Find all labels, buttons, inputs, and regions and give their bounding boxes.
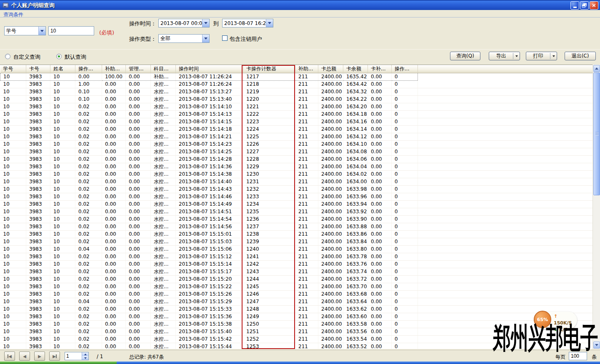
table-row[interactable]: 103983100.020.000.00水控...2013-08-07 15:1… (0, 305, 593, 313)
table-row[interactable]: 103983100.020.000.00水控...2013-08-07 15:1… (0, 140, 593, 148)
last-page-button[interactable]: ▶ (49, 352, 60, 361)
type-select[interactable]: 全部 (158, 34, 210, 43)
query-button[interactable]: 查询(Q) (450, 52, 480, 60)
table-cell: 10 (0, 215, 26, 223)
table-row[interactable]: 103983100.020.000.00水控...2013-08-07 15:1… (0, 253, 593, 260)
column-header[interactable]: 学号 (0, 65, 26, 73)
table-row[interactable]: 103983100.020.000.00水控...2013-08-07 15:1… (0, 118, 593, 125)
table-row[interactable]: 103983100.020.000.00水控...2013-08-07 15:1… (0, 133, 593, 140)
table-row[interactable]: 103983100.020.000.00水控...2013-08-07 15:1… (0, 185, 593, 193)
page-number-spinner[interactable] (65, 352, 89, 360)
table-row[interactable]: 103983100.020.000.00水控...2013-08-07 15:1… (0, 313, 593, 320)
scroll-down-button[interactable] (593, 342, 600, 349)
table-row[interactable]: 103983101.000.000.00水控...2013-08-07 11:2… (0, 80, 593, 88)
table-cell: 3983 (26, 200, 50, 208)
table-row[interactable]: 103983100.020.000.00水控...2013-08-07 15:1… (0, 260, 593, 268)
custom-query-radio[interactable] (5, 54, 10, 59)
per-page-input[interactable] (569, 352, 587, 360)
table-cell: 0 (392, 178, 418, 185)
column-header[interactable]: 卡操作计数器 (243, 65, 295, 73)
export-dropdown-icon[interactable] (513, 55, 520, 57)
column-header[interactable]: 操作时间 (176, 65, 243, 73)
vertical-scrollbar[interactable] (592, 65, 600, 349)
table-row[interactable]: 103983100.020.000.00水控...2013-08-07 15:1… (0, 335, 593, 343)
table-row[interactable]: 103983100.020.000.00水控...2013-08-07 15:1… (0, 230, 593, 238)
table-row[interactable]: 103983100.100.000.00水控...2013-08-07 15:1… (0, 88, 593, 95)
table-cell: 水控... (151, 110, 176, 118)
table-row[interactable]: 103983100.020.000.00水控...2013-08-07 15:1… (0, 163, 593, 170)
column-header[interactable]: 卡总额 (318, 65, 343, 73)
table-row[interactable]: 103983100.020.000.00水控...2013-08-07 15:1… (0, 275, 593, 283)
table-row[interactable]: 103983100.020.000.00水控...2013-08-07 15:1… (0, 208, 593, 215)
include-cancelled-checkbox[interactable] (222, 35, 228, 41)
column-header[interactable]: 管理... (126, 65, 151, 73)
time-from-dropdown-icon[interactable] (202, 19, 209, 27)
column-header[interactable]: 科目... (151, 65, 176, 73)
print-button[interactable]: 打印 (526, 52, 557, 60)
type-dropdown-icon[interactable] (202, 35, 209, 42)
table-row[interactable]: 103983100.020.000.00水控...2013-08-07 15:1… (0, 238, 593, 245)
column-header[interactable]: 操作... (392, 65, 418, 73)
prev-page-button[interactable]: ◀ (19, 352, 30, 361)
table-row[interactable]: 103983100.020.000.00水控...2013-08-07 15:1… (0, 103, 593, 110)
column-header[interactable]: 姓名 (50, 65, 75, 73)
table-row[interactable]: 103983100.100.000.00水控...2013-08-07 15:1… (0, 95, 593, 103)
default-query-radio[interactable] (56, 54, 62, 59)
table-row[interactable]: 103983100.020.000.00水控...2013-08-07 15:1… (0, 283, 593, 290)
column-header[interactable]: 操作... (75, 65, 102, 73)
table-cell: 水控... (151, 185, 176, 193)
table-row[interactable]: 103983100.020.000.00水控...2013-08-07 15:1… (0, 110, 593, 118)
table-row[interactable]: 103983100.020.000.00水控...2013-08-07 15:1… (0, 125, 593, 133)
column-header[interactable]: 补助... (295, 65, 318, 73)
table-cell: 0.04 (75, 245, 102, 253)
column-header[interactable]: 卡补... (368, 65, 392, 73)
next-page-button[interactable]: ▶ (34, 352, 45, 361)
table-row[interactable]: 103983100.00100.000.00补助...2013-08-07 11… (0, 73, 593, 80)
table-cell: 0 (392, 230, 418, 238)
table-row[interactable]: 103983100.020.000.00水控...2013-08-07 15:1… (0, 178, 593, 185)
table-cell: 补助... (151, 73, 176, 80)
table-cell: 1633.98 (343, 185, 368, 193)
time-to-select[interactable]: 2013-08-07 16:21 (222, 19, 273, 27)
page-number-input[interactable] (65, 352, 82, 360)
table-row[interactable]: 103983100.020.000.00水控...2013-08-07 15:1… (0, 155, 593, 163)
exit-button[interactable]: 退出(C) (565, 52, 596, 60)
table-row[interactable]: 103983100.040.000.00水控...2013-08-07 15:1… (0, 298, 593, 305)
column-header[interactable]: 卡余额 (343, 65, 368, 73)
field-selector-dropdown-icon[interactable] (38, 27, 45, 35)
table-row[interactable]: 103983100.040.000.00水控...2013-08-07 15:1… (0, 245, 593, 253)
time-from-select[interactable]: 2013-08-07 00:00 (158, 19, 210, 27)
time-to-dropdown-icon[interactable] (266, 19, 273, 27)
column-header[interactable]: 补助... (102, 65, 126, 73)
field-value-input[interactable] (48, 26, 94, 35)
table-row[interactable]: 103983100.020.000.00水控...2013-08-07 15:1… (0, 193, 593, 200)
table-cell-filler (418, 230, 593, 238)
table-row[interactable]: 103983100.020.000.00水控...2013-08-07 15:1… (0, 148, 593, 155)
table-row[interactable]: 103983100.020.000.00水控...2013-08-07 15:1… (0, 170, 593, 178)
table-cell: 10 (50, 223, 75, 230)
table-row[interactable]: 103983100.020.000.00水控...2013-08-07 15:1… (0, 268, 593, 275)
column-header[interactable]: 卡号 (26, 65, 50, 73)
table-row[interactable]: 103983100.020.000.00水控...2013-08-07 15:1… (0, 328, 593, 335)
table-row[interactable]: 103983100.020.000.00水控...2013-08-07 15:1… (0, 343, 593, 349)
scroll-up-button[interactable] (593, 65, 600, 72)
table-row[interactable]: 103983100.020.000.00水控...2013-08-07 15:1… (0, 320, 593, 328)
first-page-button[interactable]: ◀ (4, 352, 15, 361)
table-cell-filler (418, 200, 593, 208)
table-row[interactable]: 103983100.020.000.00水控...2013-08-07 15:1… (0, 290, 593, 298)
field-selector[interactable]: 学号 (4, 26, 46, 35)
table-row[interactable]: 103983100.020.000.00水控...2013-08-07 15:1… (0, 215, 593, 223)
page-spin-down-icon[interactable] (82, 356, 88, 360)
table-cell-filler (418, 290, 593, 298)
page-spin-up-icon[interactable] (82, 352, 88, 356)
minimize-button[interactable] (570, 1, 579, 10)
restore-button[interactable] (580, 1, 589, 10)
close-button[interactable]: × (590, 1, 598, 10)
table-row[interactable]: 103983100.020.000.00水控...2013-08-07 15:1… (0, 223, 593, 230)
scrollbar-thumb[interactable] (593, 72, 600, 195)
print-dropdown-icon[interactable] (550, 55, 557, 57)
speed-monitor-badge[interactable]: 65% ↑ 150K/S ↓ K/S (535, 312, 577, 329)
export-button[interactable]: 导出 (489, 52, 520, 60)
table-row[interactable]: 103983100.020.000.00水控...2013-08-07 15:1… (0, 200, 593, 208)
table-cell: 2400.00 (318, 125, 343, 133)
